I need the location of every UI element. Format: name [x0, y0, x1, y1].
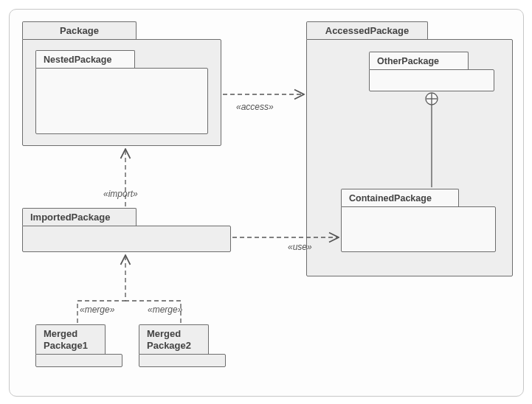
contained-label: ContainedPackage — [349, 193, 432, 203]
access-label: «access» — [236, 102, 274, 112]
merged1-label: Merged Package1 — [44, 328, 88, 351]
imported-label: ImportedPackage — [30, 212, 110, 223]
accessed-label: AccessedPackage — [325, 25, 409, 36]
package-label: Package — [60, 25, 99, 36]
other-label: OtherPackage — [377, 56, 439, 66]
merged2-label: Merged Package2 — [147, 328, 191, 351]
nested-label: NestedPackage — [44, 55, 111, 65]
import-label: «import» — [103, 189, 138, 199]
merge2-label: «merge» — [148, 304, 182, 315]
merge1-label: «merge» — [80, 304, 114, 315]
use-label: «use» — [288, 242, 312, 252]
